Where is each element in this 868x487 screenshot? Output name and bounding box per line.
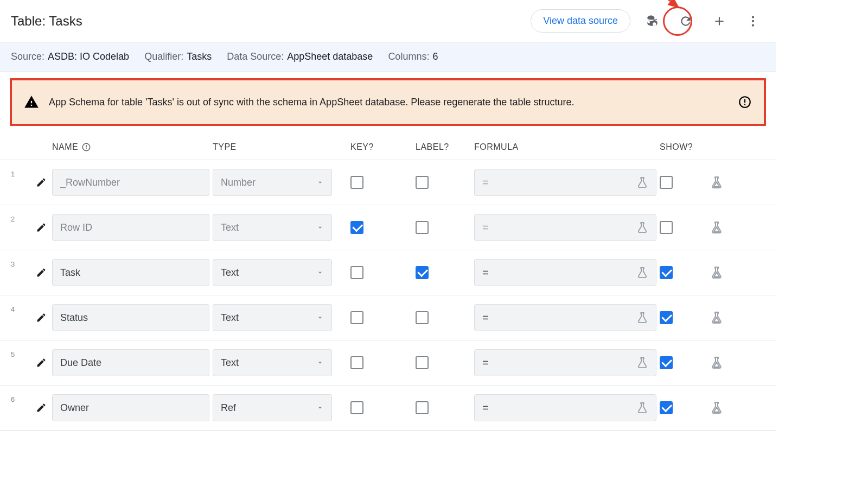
flask-icon — [636, 176, 648, 188]
show-checkbox[interactable] — [660, 311, 673, 324]
type-select[interactable]: Text — [213, 349, 332, 376]
header-key: KEY? — [350, 142, 416, 152]
formula-field[interactable]: = — [474, 394, 656, 421]
type-select[interactable]: Number — [213, 169, 332, 196]
header-formula: FORMULA — [474, 142, 660, 152]
source-label: Source: — [11, 51, 44, 62]
type-select[interactable]: Text — [213, 259, 332, 286]
name-field[interactable]: Row ID — [52, 214, 209, 241]
label-checkbox[interactable] — [416, 401, 429, 414]
show-checkbox[interactable] — [660, 266, 673, 279]
header-label: LABEL? — [416, 142, 474, 152]
name-field[interactable]: Task — [52, 259, 209, 286]
show-flask-icon[interactable] — [698, 176, 736, 189]
chevron-down-icon — [316, 404, 324, 412]
table-row: 3 Task Text = — [0, 250, 776, 295]
name-field[interactable]: Owner — [52, 394, 209, 421]
label-checkbox[interactable] — [416, 311, 429, 324]
source-value: ASDB: IO Codelab — [48, 51, 129, 62]
type-select[interactable]: Ref — [213, 394, 332, 421]
key-checkbox[interactable] — [350, 311, 363, 324]
edit-icon[interactable] — [30, 177, 52, 188]
overflow-menu-icon[interactable] — [741, 9, 765, 33]
label-checkbox[interactable] — [416, 266, 429, 279]
type-select[interactable]: Text — [213, 304, 332, 331]
edit-icon[interactable] — [30, 312, 52, 323]
chevron-down-icon — [316, 179, 324, 186]
show-flask-icon[interactable] — [698, 356, 736, 369]
row-number: 3 — [11, 259, 30, 268]
key-checkbox[interactable] — [350, 401, 363, 414]
chevron-down-icon — [316, 269, 324, 276]
annotation-arrow — [656, 0, 684, 10]
key-checkbox[interactable] — [350, 176, 363, 189]
key-checkbox[interactable] — [350, 221, 363, 234]
label-checkbox[interactable] — [416, 176, 429, 189]
refresh-icon[interactable] — [674, 9, 698, 33]
edit-icon[interactable] — [30, 222, 52, 233]
name-field[interactable]: Due Date — [52, 349, 209, 376]
row-number: 4 — [11, 304, 30, 313]
show-flask-icon[interactable] — [698, 266, 736, 279]
topbar-actions: View data source — [531, 9, 765, 33]
chevron-down-icon — [316, 224, 324, 231]
qualifier-label: Qualifier: — [144, 51, 183, 62]
page-title: Table: Tasks — [11, 14, 82, 29]
formula-field[interactable]: = — [474, 349, 656, 376]
header-show: SHOW? — [660, 142, 698, 152]
row-number: 5 — [11, 349, 30, 358]
add-icon[interactable] — [707, 9, 731, 33]
columns-header: NAME TYPE KEY? LABEL? FORMULA SHOW? — [0, 126, 776, 160]
key-checkbox[interactable] — [350, 266, 363, 279]
formula-field[interactable]: = — [474, 259, 656, 286]
row-number: 1 — [11, 169, 30, 178]
formula-field[interactable]: = — [474, 304, 656, 331]
flask-icon — [636, 312, 648, 324]
edit-icon[interactable] — [30, 357, 52, 368]
table-row: 4 Status Text = — [0, 295, 776, 340]
svg-line-3 — [659, 0, 678, 7]
show-flask-icon[interactable] — [698, 221, 736, 234]
show-flask-icon[interactable] — [698, 401, 736, 414]
flask-icon — [636, 357, 648, 369]
formula-field[interactable]: = — [474, 169, 656, 196]
label-checkbox[interactable] — [416, 221, 429, 234]
svg-point-2 — [752, 24, 754, 26]
db-settings-icon[interactable] — [640, 9, 664, 33]
warning-text: App Schema for table 'Tasks' is out of s… — [49, 97, 728, 108]
show-flask-icon[interactable] — [698, 311, 736, 324]
columns-label: Columns: — [388, 51, 429, 62]
show-checkbox[interactable] — [660, 401, 673, 414]
label-checkbox[interactable] — [416, 356, 429, 369]
name-field[interactable]: Status — [52, 304, 209, 331]
qualifier-value: Tasks — [187, 51, 212, 62]
chevron-down-icon — [316, 359, 324, 366]
meta-bar: Source:ASDB: IO Codelab Qualifier:Tasks … — [0, 42, 776, 72]
chevron-down-icon — [316, 314, 324, 321]
table-row: 1 _RowNumber Number = — [0, 160, 776, 205]
edit-icon[interactable] — [30, 402, 52, 413]
show-checkbox[interactable] — [660, 221, 673, 234]
row-number: 2 — [11, 214, 30, 223]
flask-icon — [636, 267, 648, 279]
type-select[interactable]: Text — [213, 214, 332, 241]
flask-icon — [636, 402, 648, 414]
key-checkbox[interactable] — [350, 356, 363, 369]
table-row: 2 Row ID Text = — [0, 205, 776, 250]
name-field[interactable]: _RowNumber — [52, 169, 209, 196]
formula-field[interactable]: = — [474, 214, 656, 241]
edit-icon[interactable] — [30, 267, 52, 278]
view-data-source-button[interactable]: View data source — [531, 9, 630, 33]
info-icon[interactable] — [738, 95, 752, 109]
info-mini-icon[interactable] — [81, 142, 91, 152]
topbar: Table: Tasks View data source — [0, 0, 776, 42]
flask-icon — [636, 222, 648, 233]
warning-alert: App Schema for table 'Tasks' is out of s… — [10, 78, 766, 126]
show-checkbox[interactable] — [660, 356, 673, 369]
show-checkbox[interactable] — [660, 176, 673, 189]
row-number: 6 — [11, 394, 30, 403]
columns-value: 6 — [432, 51, 438, 62]
svg-point-0 — [752, 16, 754, 18]
warning-icon — [24, 94, 39, 110]
header-type: TYPE — [213, 142, 350, 152]
